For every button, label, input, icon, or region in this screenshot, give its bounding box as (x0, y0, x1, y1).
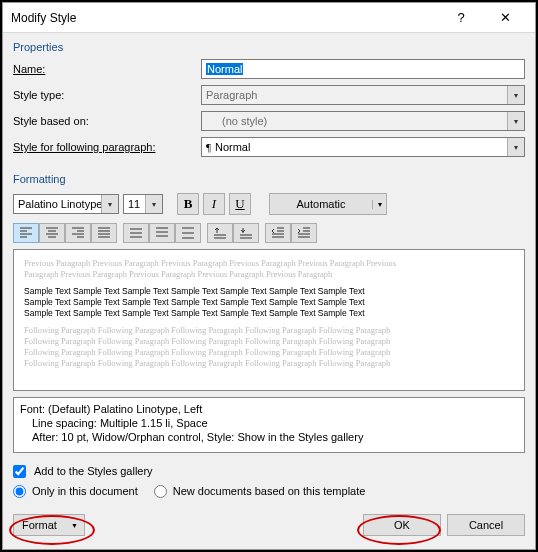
caret-down-icon: ▼ (71, 522, 78, 529)
indent-left-icon (271, 227, 285, 239)
pilcrow-icon: ¶ (206, 141, 211, 153)
line-spacing-icon (129, 227, 143, 239)
bold-button[interactable]: B (177, 193, 199, 215)
line-spacing-icon (155, 227, 169, 239)
italic-button[interactable]: I (203, 193, 225, 215)
cancel-button[interactable]: Cancel (447, 514, 525, 536)
indent-right-icon (297, 227, 311, 239)
close-button[interactable]: ✕ (483, 3, 527, 33)
align-justify-button[interactable] (91, 223, 117, 243)
align-justify-icon (97, 227, 111, 239)
description-box: Font: (Default) Palatino Linotype, Left … (13, 397, 525, 453)
help-button[interactable]: ? (439, 3, 483, 33)
align-right-icon (71, 227, 85, 239)
size-dropdown[interactable]: 11 ▾ (123, 194, 163, 214)
chevron-down-icon: ▾ (372, 200, 386, 209)
underline-button[interactable]: U (229, 193, 251, 215)
new-documents-label: New documents based on this template (173, 485, 366, 497)
para-spacing-icon (213, 227, 227, 239)
name-input[interactable]: Normal (201, 59, 525, 79)
para-spacing-icon (239, 227, 253, 239)
chevron-down-icon: ▾ (101, 195, 118, 213)
align-center-button[interactable] (39, 223, 65, 243)
align-right-button[interactable] (65, 223, 91, 243)
chevron-down-icon: ▾ (145, 195, 162, 213)
based-on-label: Style based on: (13, 115, 201, 127)
titlebar: Modify Style ? ✕ (3, 3, 535, 33)
align-center-icon (45, 227, 59, 239)
preview-panel: Previous Paragraph Previous Paragraph Pr… (13, 249, 525, 391)
line-spacing-icon (181, 227, 195, 239)
ok-button[interactable]: OK (363, 514, 441, 536)
following-label: Style for following paragraph: (13, 141, 201, 153)
properties-heading: Properties (3, 33, 535, 57)
window-title: Modify Style (11, 11, 439, 25)
only-document-label: Only in this document (32, 485, 138, 497)
name-label: Name: (13, 63, 201, 75)
chevron-down-icon: ▾ (507, 86, 524, 104)
chevron-down-icon: ▾ (507, 138, 524, 156)
para-before-inc-button[interactable] (207, 223, 233, 243)
align-left-button[interactable] (13, 223, 39, 243)
spacing-3-button[interactable] (175, 223, 201, 243)
based-on-dropdown[interactable]: (no style) ▾ (201, 111, 525, 131)
type-dropdown[interactable]: Paragraph ▾ (201, 85, 525, 105)
color-dropdown[interactable]: Automatic ▾ (269, 193, 387, 215)
font-dropdown[interactable]: Palatino Linotype ▾ (13, 194, 119, 214)
format-button[interactable]: Format ▼ (13, 514, 85, 536)
following-dropdown[interactable]: ¶ Normal ▾ (201, 137, 525, 157)
only-document-radio[interactable] (13, 485, 26, 498)
indent-right-button[interactable] (291, 223, 317, 243)
modify-style-dialog: Modify Style ? ✕ Properties Name: Normal… (2, 2, 536, 550)
add-gallery-checkbox[interactable] (13, 465, 26, 478)
formatting-heading: Formatting (3, 165, 535, 189)
chevron-down-icon: ▾ (507, 112, 524, 130)
align-left-icon (19, 227, 33, 239)
type-label: Style type: (13, 89, 201, 101)
new-documents-radio[interactable] (154, 485, 167, 498)
spacing-2-button[interactable] (149, 223, 175, 243)
add-gallery-label: Add to the Styles gallery (34, 465, 153, 477)
spacing-1-button[interactable] (123, 223, 149, 243)
indent-left-button[interactable] (265, 223, 291, 243)
para-before-dec-button[interactable] (233, 223, 259, 243)
